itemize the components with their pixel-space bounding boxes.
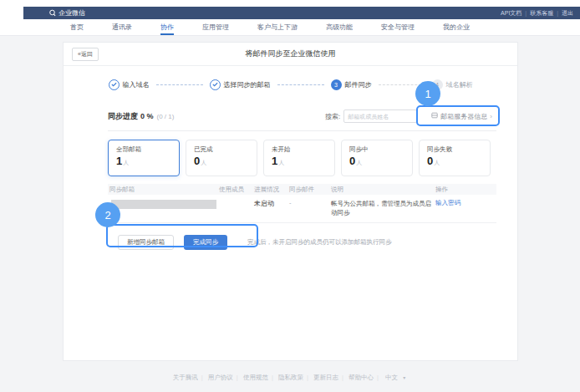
progress-row: 同步进度 0 % (0 / 1) 搜索: 邮箱服务器信息 ›	[108, 106, 496, 126]
member-cell	[219, 199, 254, 217]
contact-support-link[interactable]: 联系客服	[530, 9, 553, 18]
wework-logo-text: 企业微信	[59, 8, 85, 18]
finish-sync-button[interactable]: 完成同步	[184, 235, 227, 250]
stat-label: 全部邮箱	[116, 145, 179, 154]
tab-home[interactable]: 首页	[70, 19, 84, 35]
stat-unit: 人	[123, 160, 129, 165]
main-nav: 首页 通讯录 协作 应用管理 客户与上下游 高级功能 安全与管理 我的企业	[0, 19, 580, 36]
stat-label: 同步失败	[427, 145, 490, 154]
step-number-icon: 4	[432, 79, 443, 90]
sync-progress-percent: 0 %	[140, 112, 154, 120]
col-header-synced-mail: 同步邮件	[289, 186, 331, 194]
stat-value: 0	[349, 155, 355, 167]
step-domain-resolution: 4 域名解析	[432, 79, 473, 90]
synced-mail-cell: -	[289, 199, 331, 217]
col-header-action: 操作	[435, 186, 496, 194]
wework-logo-icon	[48, 9, 56, 17]
page: 企业微信 API文档 | 联系客服 | 退出 首页 通讯录 协作 应用管理 客户…	[0, 0, 580, 392]
search-input[interactable]	[343, 109, 417, 123]
stat-card-syncing[interactable]: 同步中 0人	[341, 140, 413, 176]
topbar-links: API文档 | 联系客服 | 退出	[501, 9, 573, 18]
wework-logo[interactable]: 企业微信	[48, 8, 85, 18]
mailbox-table: 同步邮箱 使用成员 进展情况 同步邮件 说明 操作 未启动 - 帐号为公共邮箱，…	[108, 184, 496, 223]
add-sync-mailbox-button[interactable]: 新增同步邮箱	[118, 235, 174, 250]
actions-row: 新增同步邮箱 完成同步 完成后，未开启同步的成员仍可以添加邮箱执行同步	[108, 235, 496, 250]
divider: |	[525, 10, 527, 16]
enter-password-link[interactable]: 输入密码	[435, 199, 460, 206]
stat-label: 已完成	[194, 145, 257, 154]
chevron-down-icon: ▾	[403, 375, 405, 380]
col-header-sync-mailbox: 同步邮箱	[108, 186, 219, 194]
tab-advanced-features[interactable]: 高级功能	[326, 19, 353, 35]
step-number-icon: 3	[331, 79, 342, 90]
page-title: 将邮件同步至企业微信使用	[246, 48, 336, 59]
card-header: «返回 将邮件同步至企业微信使用	[64, 43, 517, 66]
mailbox-redacted-block	[111, 200, 216, 209]
search-label: 搜索:	[325, 112, 340, 121]
table-header-row: 同步邮箱 使用成员 进展情况 同步邮件 说明 操作	[108, 184, 496, 195]
footer-link-user-agreement[interactable]: 用户协议	[208, 374, 233, 381]
footer-link-privacy-policy[interactable]: 隐私政策	[278, 374, 303, 381]
tab-customers-upstream[interactable]: 客户与上下游	[257, 19, 298, 35]
stat-unit: 人	[434, 160, 440, 165]
footer-link-changelog[interactable]: 更新日志	[313, 374, 338, 381]
mail-server-info-link[interactable]: 邮箱服务器信息 ›	[427, 109, 496, 125]
step-wizard: 输入域名 选择同步的邮箱 3 邮件同步 4 域名解析	[64, 66, 517, 103]
stat-value: 1	[272, 155, 277, 167]
back-button[interactable]: «返回	[72, 48, 99, 61]
stat-card-not-started[interactable]: 未开始 1人	[263, 140, 335, 176]
divider: |	[557, 10, 558, 16]
step-label: 域名解析	[446, 80, 473, 89]
stat-unit: 人	[201, 160, 206, 165]
stat-card-all-mailboxes[interactable]: 全部邮箱 1人	[108, 140, 180, 176]
col-header-note: 说明	[331, 186, 435, 194]
tab-contacts[interactable]: 通讯录	[112, 19, 132, 35]
step-label: 选择同步的邮箱	[224, 80, 271, 89]
content-card: «返回 将邮件同步至企业微信使用 输入域名 选择同步的邮箱 3 邮件同步	[63, 42, 518, 361]
status-cell: 未启动	[254, 199, 289, 217]
step-connector	[379, 84, 425, 85]
tab-my-enterprise[interactable]: 我的企业	[443, 19, 470, 35]
stat-unit: 人	[278, 160, 284, 165]
footer: 关于腾讯| 用户协议| 使用规范| 隐私政策| 更新日志| 帮助中心| 中文 ▾	[0, 374, 580, 382]
step-enter-domain: 输入域名	[109, 79, 150, 90]
stat-label: 同步中	[349, 145, 412, 154]
step-connector	[156, 84, 203, 85]
language-selector[interactable]: 中文 ▾	[384, 374, 407, 381]
stat-value: 1	[116, 155, 122, 167]
step-label: 输入域名	[123, 80, 150, 89]
sync-progress-count: (0 / 1)	[157, 113, 175, 120]
step-label: 邮件同步	[345, 80, 372, 89]
stat-card-sync-failed[interactable]: 同步失败 0人	[419, 140, 491, 176]
step-connector	[277, 84, 324, 85]
note-cell: 帐号为公共邮箱，需管理员为成员启动同步	[331, 199, 435, 217]
stat-value: 0	[194, 155, 200, 167]
mail-server-info-label: 邮箱服务器信息	[440, 112, 487, 121]
check-circle-icon	[109, 79, 120, 90]
check-circle-icon	[210, 79, 221, 90]
logout-link[interactable]: 退出	[562, 9, 573, 18]
col-header-member: 使用成员	[219, 186, 254, 194]
actions-hint-text: 完成后，未开启同步的成员仍可以添加邮箱执行同步	[247, 238, 392, 247]
chevron-right-icon: ›	[490, 113, 492, 120]
step-select-mailbox: 选择同步的邮箱	[210, 79, 271, 90]
stats-row: 全部邮箱 1人 已完成 0人 未开始 1人 同步中 0人 同步失败 0人	[108, 140, 496, 176]
footer-link-about[interactable]: 关于腾讯	[173, 374, 198, 381]
tab-security-management[interactable]: 安全与管理	[381, 19, 415, 35]
table-row: 未启动 - 帐号为公共邮箱，需管理员为成员启动同步 输入密码	[108, 195, 496, 223]
footer-link-usage-rules[interactable]: 使用规范	[243, 374, 268, 381]
stat-unit: 人	[356, 160, 362, 165]
mail-server-icon	[431, 112, 438, 120]
col-header-status: 进展情况	[254, 186, 289, 194]
tab-app-management[interactable]: 应用管理	[202, 19, 229, 35]
tab-collaboration[interactable]: 协作	[160, 19, 174, 35]
footer-link-help-center[interactable]: 帮助中心	[349, 374, 374, 381]
stat-card-completed[interactable]: 已完成 0人	[186, 140, 257, 176]
divider	[108, 130, 496, 131]
sync-progress-label: 同步进度	[108, 111, 138, 122]
stat-value: 0	[427, 155, 433, 167]
stat-label: 未开始	[272, 145, 334, 154]
api-docs-link[interactable]: API文档	[501, 9, 521, 18]
step-mail-sync: 3 邮件同步	[331, 79, 372, 90]
topbar: 企业微信 API文档 | 联系客服 | 退出	[23, 7, 580, 19]
